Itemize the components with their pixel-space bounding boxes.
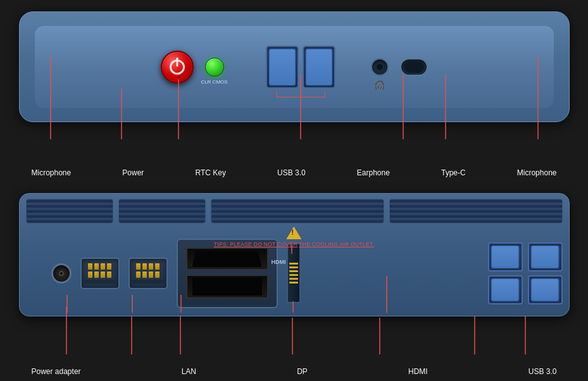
usb30-back-row-bottom <box>488 275 563 304</box>
usb30-back-inner-tr <box>531 246 559 268</box>
label-power-adapter: Power adapter <box>32 367 81 376</box>
label-usb30: USB 3.0 <box>277 168 306 177</box>
clr-cmos-button[interactable] <box>205 58 224 77</box>
dp-inner <box>192 278 262 296</box>
power-button[interactable] <box>161 51 194 84</box>
hdmi-connector-pin3 <box>289 270 298 272</box>
earphone-container: 🎧 <box>371 58 389 76</box>
usb30-back-port-bl[interactable] <box>488 275 523 304</box>
earphone-port[interactable] <box>371 58 389 76</box>
dc-inner <box>59 271 64 276</box>
label-microphone-left: Microphone <box>32 168 72 177</box>
usb30-back-port-tr[interactable] <box>528 242 563 272</box>
lan2-pin8 <box>155 272 160 278</box>
lan-pin4 <box>107 263 111 270</box>
dp-port[interactable]: DP <box>186 275 268 299</box>
lan2-pin4 <box>155 263 160 270</box>
lan-port-left[interactable] <box>80 258 120 289</box>
usb30-back-inner-bl <box>491 278 519 301</box>
lan-clip <box>84 280 116 284</box>
top-section: CLR CMOS <box>0 0 588 184</box>
label-microphone-right: Microphone <box>517 168 557 177</box>
lan2-pins-top <box>136 263 160 270</box>
vent-grilles <box>20 194 569 228</box>
lan-pin8 <box>107 272 111 278</box>
lan2-pin5 <box>136 272 141 278</box>
lan2-pin1 <box>136 263 141 270</box>
top-labels-row: Microphone Power RTC Key USB 3.0 Earphon… <box>19 168 570 177</box>
typec-inner <box>404 61 424 73</box>
hdmi-connector <box>287 243 301 303</box>
hdmi-connector-pin4 <box>289 274 298 276</box>
warning-triangle-icon <box>286 227 301 239</box>
lan-pin2 <box>94 263 99 270</box>
lan-pin1 <box>88 263 92 270</box>
usb30-inner-right <box>306 49 332 85</box>
usb30-back-row-top <box>488 242 563 272</box>
typec-port[interactable] <box>400 58 428 76</box>
lan2-pin3 <box>149 263 153 270</box>
lan2-pin2 <box>142 263 147 270</box>
lan-pins-bottom <box>88 272 111 278</box>
warning-text: TIPS: PLEASE DO NOT COVER THE COOLING AI… <box>214 241 374 247</box>
usb30-back-port-br[interactable] <box>528 275 563 304</box>
bottom-section: TIPS: PLEASE DO NOT COVER THE COOLING AI… <box>0 184 588 381</box>
hdmi-inner <box>192 251 262 267</box>
clr-cmos-label: CLR CMOS <box>201 79 227 85</box>
hdmi-port[interactable]: HDMI <box>186 247 268 270</box>
label-typec: Type-C <box>441 168 466 177</box>
label-dp-bottom: DP <box>297 367 308 376</box>
hdmi-connector-pin5 <box>289 278 298 280</box>
usb30-pair <box>266 46 335 89</box>
hdmi-connector-pin2 <box>289 266 298 268</box>
usb30-back-port-tl[interactable] <box>488 242 523 272</box>
usb30-bracket <box>276 91 325 97</box>
usb30-inner-left <box>269 49 296 85</box>
lan-pin7 <box>101 272 105 278</box>
hdmi-connector-pins <box>289 263 298 284</box>
lan-port-right[interactable] <box>128 258 168 289</box>
lan-pin5 <box>88 272 92 278</box>
diagram-container: CLR CMOS <box>0 0 588 381</box>
clr-cmos-container: CLR CMOS <box>205 58 224 77</box>
usb30-back-inner-br <box>531 278 559 301</box>
label-hdmi-bottom: HDMI <box>408 367 428 376</box>
vent-left <box>26 199 113 223</box>
lan2-pins-bottom <box>136 272 160 278</box>
vent-center-left <box>118 199 206 223</box>
label-lan: LAN <box>182 367 196 376</box>
lan-pin6 <box>94 272 99 278</box>
hdmi-connector-pin6 <box>289 282 298 284</box>
label-rtc-key: RTC Key <box>195 168 225 177</box>
lan-pin3 <box>101 263 105 270</box>
usb30-back-group <box>488 242 563 304</box>
usb30-back-inner-tl <box>491 246 519 268</box>
label-usb30-bottom: USB 3.0 <box>529 367 557 376</box>
earphone-inner <box>377 64 383 70</box>
rear-panel-device: TIPS: PLEASE DO NOT COVER THE COOLING AI… <box>19 193 570 316</box>
rear-ports-area: HDMI DP <box>51 237 563 309</box>
hdmi-label: HDMI <box>272 259 286 265</box>
power-icon <box>170 59 185 75</box>
dc-power-port[interactable] <box>51 263 72 284</box>
lan-pins-top <box>88 263 111 270</box>
video-ports-group: HDMI DP <box>177 239 278 308</box>
lan2-pin6 <box>142 272 147 278</box>
lan2-pin7 <box>149 272 153 278</box>
front-panel-inner: CLR CMOS <box>35 26 554 108</box>
front-panel-device: CLR CMOS <box>19 11 570 122</box>
headphone-icon: 🎧 <box>374 80 385 90</box>
label-earphone: Earphone <box>357 168 390 177</box>
vent-right <box>389 199 563 223</box>
bottom-labels-row: Power adapter LAN DP HDMI USB 3.0 <box>19 367 570 376</box>
lan2-clip <box>132 280 165 284</box>
vent-center-right <box>211 199 384 223</box>
warning-area: TIPS: PLEASE DO NOT COVER THE COOLING AI… <box>214 227 374 247</box>
hdmi-connector-pin1 <box>289 263 298 265</box>
usb30-port-right[interactable] <box>303 46 335 89</box>
label-power: Power <box>122 168 144 177</box>
usb30-port-left[interactable] <box>266 46 299 89</box>
